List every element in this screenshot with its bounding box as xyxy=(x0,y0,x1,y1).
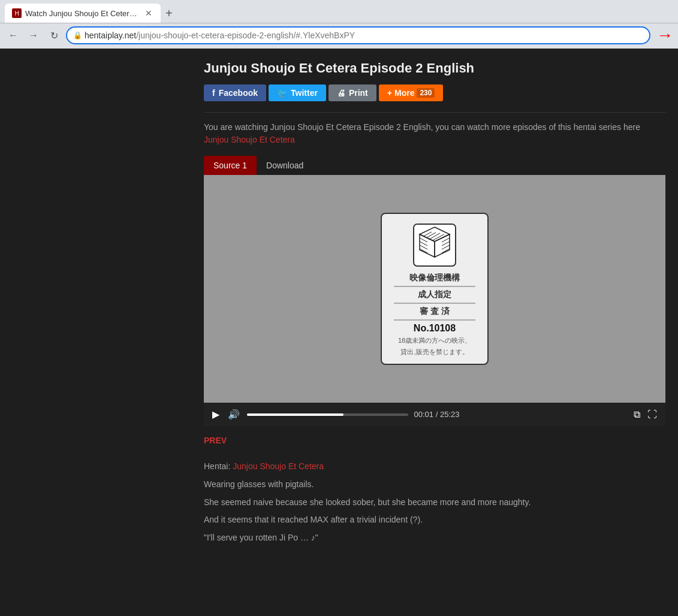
info-desc1: Wearing glasses with pigtails. xyxy=(204,478,666,492)
twitter-icon: 🐦 xyxy=(277,88,287,98)
facebook-label: Facebook xyxy=(219,88,258,98)
cert-warning1: 18歳未満の方への映示、 xyxy=(394,336,475,345)
address-bar-row: ← → ↻ 🔒 hentaiplay.net/junjou-shoujo-et-… xyxy=(0,23,678,49)
volume-fill xyxy=(247,413,343,416)
video-player: 映像倫理機構 成人指定 審 査 済 No.10108 18歳未満の方への映示、 … xyxy=(204,175,665,426)
red-arrow-icon: → xyxy=(656,26,673,45)
info-section: Hentai: Junjou Shoujo Et Cetera Wearing … xyxy=(204,460,666,545)
cert-reviewed: 審 査 済 xyxy=(394,306,475,317)
time-display: 00:01 / 25:23 xyxy=(414,410,460,419)
time-separator: / xyxy=(436,410,440,419)
active-tab[interactable]: H Watch Junjou Shoujo Et Cetera E ✕ xyxy=(5,4,161,23)
current-time: 00:01 xyxy=(414,410,434,419)
print-button[interactable]: 🖨 Print xyxy=(329,84,376,101)
info-desc4: "I'll serve you rotten Ji Po … ♪" xyxy=(204,531,666,545)
video-screen[interactable]: 映像倫理機構 成人指定 審 査 済 No.10108 18歳未満の方への映示、 … xyxy=(204,175,665,403)
reload-button[interactable]: ↻ xyxy=(46,27,62,44)
print-label: Print xyxy=(349,88,368,98)
series-link[interactable]: Junjou Shoujo Et Cetera xyxy=(204,135,295,144)
tab-download[interactable]: Download xyxy=(257,156,313,175)
print-icon: 🖨 xyxy=(337,88,345,98)
address-path: /junjou-shoujo-et-cetera-episode-2-engli… xyxy=(136,31,355,40)
controls-right: ⧉ ⛶ xyxy=(632,408,658,421)
facebook-icon: f xyxy=(212,88,215,98)
twitter-button[interactable]: 🐦 Twitter xyxy=(269,84,326,101)
mute-button[interactable]: 🔊 xyxy=(227,407,241,421)
tab-title: Watch Junjou Shoujo Et Cetera E xyxy=(25,9,140,18)
address-text: hentaiplay.net/junjou-shoujo-et-cetera-e… xyxy=(85,31,643,40)
hentai-label: Hentai: xyxy=(204,461,230,471)
total-time: 25:23 xyxy=(440,410,460,419)
info-desc2: She seemed naive because she looked sobe… xyxy=(204,496,666,510)
browser-chrome: H Watch Junjou Shoujo Et Cetera E ✕ + xyxy=(0,0,678,23)
forward-button[interactable]: → xyxy=(25,27,42,44)
cert-organization: 映像倫理機構 xyxy=(394,273,475,283)
info-desc3: And it seems that it reached MAX after a… xyxy=(204,513,666,527)
address-bar[interactable]: 🔒 hentaiplay.net/junjou-shoujo-et-cetera… xyxy=(66,26,650,44)
pip-button[interactable]: ⧉ xyxy=(632,408,641,421)
more-count: 230 xyxy=(417,88,435,98)
prev-episode-link[interactable]: PREV xyxy=(204,436,227,445)
fullscreen-button[interactable]: ⛶ xyxy=(646,408,658,421)
more-button[interactable]: + More 230 xyxy=(379,84,444,101)
volume-bar[interactable] xyxy=(247,413,408,416)
page-content: Junjou Shoujo Et Cetera Episode 2 Englis… xyxy=(0,49,678,616)
tab-bar: H Watch Junjou Shoujo Et Cetera E ✕ + xyxy=(5,4,176,23)
page-title: Junjou Shoujo Et Cetera Episode 2 Englis… xyxy=(204,61,666,76)
cert-rating: 成人指定 xyxy=(394,289,475,300)
description-text: You are watching Junjou Shoujo Et Cetera… xyxy=(204,122,640,132)
new-tab-button[interactable]: + xyxy=(162,4,176,23)
more-label: More xyxy=(394,88,414,98)
play-button[interactable]: ▶ xyxy=(211,407,221,421)
twitter-label: Twitter xyxy=(291,88,318,98)
back-button[interactable]: ← xyxy=(5,27,22,44)
tab-favicon: H xyxy=(12,8,22,18)
content-tabs: Source 1 Download xyxy=(204,156,666,175)
tab-source[interactable]: Source 1 xyxy=(204,156,257,175)
divider xyxy=(204,112,666,113)
description: You are watching Junjou Shoujo Et Cetera… xyxy=(204,121,666,146)
episode-nav: PREV xyxy=(204,436,666,445)
video-certification: 映像倫理機構 成人指定 審 査 済 No.10108 18歳未満の方への映示、 … xyxy=(381,213,489,365)
cert-warning2: 貸出,販売を禁じます。 xyxy=(394,348,475,357)
tab-close-button[interactable]: ✕ xyxy=(144,8,153,18)
lock-icon: 🔒 xyxy=(73,31,82,40)
more-icon: + xyxy=(387,88,392,98)
certification-logo xyxy=(411,221,459,269)
social-bar: f Facebook 🐦 Twitter 🖨 Print + More 230 xyxy=(204,84,666,101)
facebook-button[interactable]: f Facebook xyxy=(204,84,266,101)
series-name-link[interactable]: Junjou Shoujo Et Cetera xyxy=(233,461,324,471)
cert-number: No.10108 xyxy=(394,323,475,334)
video-controls: ▶ 🔊 00:01 / 25:23 ⧉ ⛶ xyxy=(204,403,665,426)
hentai-info: Hentai: Junjou Shoujo Et Cetera xyxy=(204,460,666,474)
address-domain: hentaiplay.net xyxy=(85,31,136,40)
